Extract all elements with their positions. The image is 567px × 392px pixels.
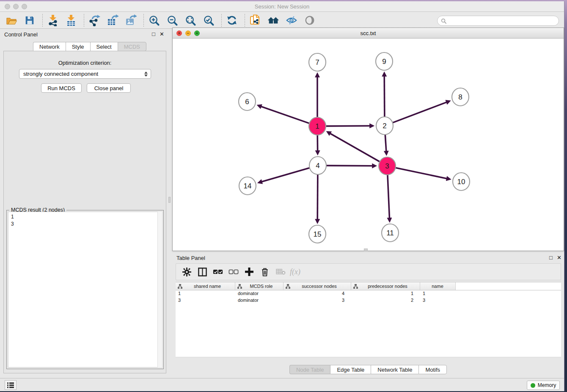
memory-button[interactable]: Memory [527, 381, 560, 390]
refresh-layout-button[interactable] [226, 14, 238, 27]
delete-row-button[interactable] [259, 266, 271, 278]
tab-select[interactable]: Select [90, 42, 118, 51]
table-options-button[interactable] [180, 266, 193, 278]
graph-node-11[interactable]: 11 [382, 224, 399, 242]
table-cell[interactable]: 3 [176, 297, 235, 304]
show-panel-button[interactable] [303, 14, 316, 27]
import-network-button[interactable] [47, 14, 59, 27]
table-cell[interactable]: 4 [284, 290, 351, 297]
float-panel-icon[interactable]: □ [152, 31, 155, 37]
graph-edge-1-6[interactable] [261, 106, 309, 123]
network-overview-button[interactable] [5, 380, 17, 390]
tab-motifs[interactable]: Motifs [418, 365, 447, 374]
result-scrollbar[interactable] [157, 212, 162, 367]
graph-edge-3-10[interactable] [396, 168, 447, 179]
tab-edge-table[interactable]: Edge Table [330, 365, 371, 374]
network-graph-canvas[interactable]: 7968124314101511 [173, 39, 564, 251]
graph-node-7[interactable]: 7 [309, 53, 326, 71]
graph-edge-4-14[interactable] [261, 168, 310, 182]
graph-edge-2-8[interactable] [393, 102, 447, 123]
graph-node-label: 10 [457, 178, 465, 186]
mcds-result-item: 1 [11, 213, 159, 221]
graph-edge-2-9[interactable] [384, 76, 385, 117]
save-session-button[interactable] [23, 14, 36, 27]
table-cell[interactable]: dominator [235, 297, 284, 304]
export-image-button[interactable] [124, 14, 137, 27]
zoom-in-button[interactable] [148, 14, 160, 27]
graph-node-6[interactable]: 6 [239, 93, 256, 110]
graph-edge-4-3[interactable] [326, 166, 373, 166]
graph-node-10[interactable]: 10 [453, 173, 470, 190]
graph-node-14[interactable]: 14 [239, 177, 256, 195]
select-all-button[interactable] [212, 266, 224, 278]
tab-style[interactable]: Style [66, 42, 90, 51]
open-folder-button[interactable] [5, 14, 18, 27]
graph-edge-3-11[interactable] [388, 174, 390, 218]
deselect-all-button[interactable] [227, 266, 240, 278]
graph-node-2[interactable]: 2 [376, 117, 393, 135]
graph-node-3[interactable]: 3 [379, 157, 396, 175]
graph-node-9[interactable]: 9 [376, 52, 393, 70]
table-cell[interactable]: 1 [420, 290, 456, 297]
table-cell[interactable]: 2 [351, 297, 420, 304]
column-header-name[interactable]: name [420, 282, 456, 290]
optimization-select[interactable]: strongly connected component [19, 69, 151, 79]
splitter-grip-vertical[interactable] [168, 197, 171, 203]
export-network-button[interactable] [88, 14, 101, 27]
tab-mcds[interactable]: MCDS [118, 42, 146, 51]
zoom-selected-button[interactable] [202, 14, 215, 27]
column-type-icon [353, 284, 358, 289]
graph-edge-2-3[interactable] [385, 134, 386, 152]
graph-node-4[interactable]: 4 [309, 157, 326, 174]
control-panel: Control Panel □ ✕ NetworkStyleSelectMCDS… [0, 29, 170, 378]
import-table-button[interactable] [65, 14, 77, 27]
zoom-out-button[interactable] [166, 14, 179, 27]
application-window: Session: New Session [0, 1, 564, 391]
close-panel-button[interactable]: Close panel [87, 83, 131, 93]
table-row[interactable]: 1dominator411 [176, 290, 561, 297]
delete-column-icon [276, 268, 286, 275]
checked-boxes-icon [213, 269, 223, 275]
table-cell[interactable]: 1 [176, 290, 235, 297]
close-panel-icon[interactable]: ✕ [160, 31, 164, 37]
column-header-MCDS-role[interactable]: MCDS role [235, 282, 284, 290]
tab-network-table[interactable]: Network Table [371, 365, 418, 374]
export-table-icon [107, 14, 118, 26]
graph-node-15[interactable]: 15 [309, 225, 326, 243]
graph-node-8[interactable]: 8 [452, 88, 469, 106]
search-input[interactable] [449, 18, 559, 24]
show-column-button[interactable] [196, 266, 209, 278]
close-table-panel-icon[interactable]: ✕ [557, 254, 561, 261]
status-bar: Memory [0, 378, 564, 391]
network-window-titlebar[interactable]: × − + scc.txt [173, 28, 564, 39]
table-row[interactable]: 3dominator323 [176, 297, 561, 304]
graph-node-1[interactable]: 1 [309, 117, 326, 135]
tab-node-table[interactable]: Node Table [289, 365, 330, 374]
float-table-panel-icon[interactable]: □ [549, 254, 553, 261]
table-cell[interactable]: dominator [235, 290, 284, 297]
table-cell[interactable]: 1 [351, 290, 420, 297]
zoom-selected-icon [203, 15, 215, 26]
first-neighbors-button[interactable] [267, 14, 280, 27]
search-field[interactable] [437, 16, 559, 26]
hide-panel-button[interactable] [285, 14, 298, 27]
add-row-button[interactable] [243, 266, 256, 278]
export-table-button[interactable] [106, 14, 119, 27]
graph-edge-1-2[interactable] [326, 126, 370, 126]
run-mcds-button[interactable]: Run MCDS [41, 83, 82, 93]
tab-network[interactable]: Network [33, 42, 66, 51]
table-panel-tabs: Node TableEdge TableNetwork TableMotifs [172, 365, 564, 374]
column-header-successor-nodes[interactable]: successor nodes [284, 282, 351, 290]
graph-edge-3-1[interactable] [330, 133, 380, 162]
control-panel-tabs: NetworkStyleSelectMCDS [33, 42, 146, 51]
manage-networks-button[interactable] [249, 14, 261, 27]
zoom-fit-button[interactable] [184, 14, 197, 27]
graph-edge-4-15[interactable] [317, 174, 318, 220]
table-cell[interactable]: 3 [420, 297, 456, 304]
column-header-shared-name[interactable]: shared name [176, 282, 235, 290]
splitter-grip-horizontal[interactable] [364, 248, 368, 251]
graph-node-label: 15 [314, 230, 322, 238]
column-header-predecessor-nodes[interactable]: predecessor nodes [351, 282, 420, 290]
table-cell[interactable]: 3 [284, 297, 351, 304]
mcds-result-list[interactable]: 13 [8, 212, 162, 367]
